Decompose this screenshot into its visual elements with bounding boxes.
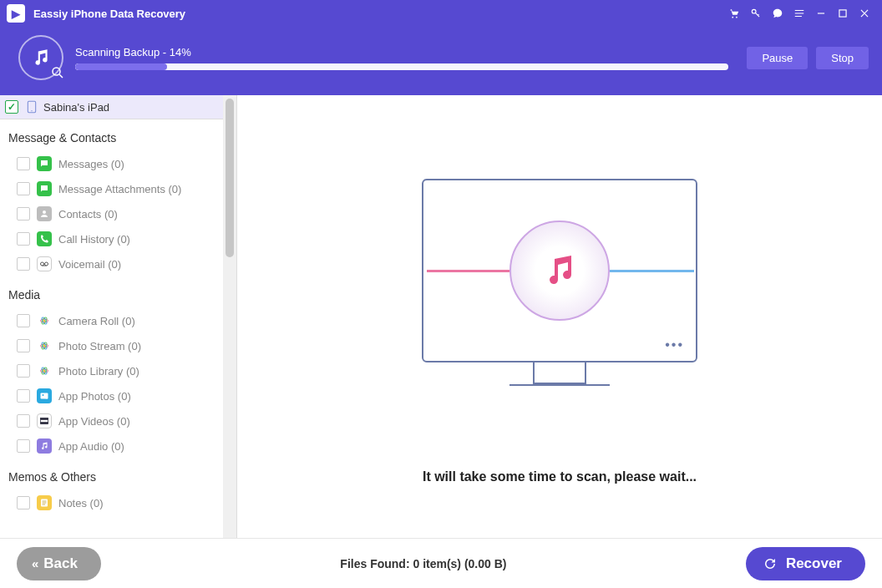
sidebar-container: Sabina's iPad Message & ContactsMessages… — [0, 95, 237, 538]
voicemail-icon — [37, 256, 52, 271]
minimize-icon[interactable] — [810, 3, 832, 24]
scan-music-icon — [18, 35, 63, 80]
chat-icon[interactable] — [767, 3, 788, 24]
chevron-left-icon: « — [32, 556, 33, 570]
main-area: ••• It will take some time to scan, plea… — [237, 95, 882, 538]
sidebar-item[interactable]: Photo Library (0) — [0, 358, 223, 383]
item-label: Notes (0) — [58, 497, 103, 509]
item-label: Photo Stream (0) — [58, 340, 141, 352]
item-checkbox[interactable] — [17, 439, 30, 453]
sidebar-item[interactable]: Voicemail (0) — [0, 251, 223, 276]
photo-icon — [37, 388, 52, 403]
item-checkbox[interactable] — [17, 207, 30, 220]
chat-icon — [37, 181, 52, 196]
sidebar-item[interactable]: Contacts (0) — [0, 201, 223, 226]
tablet-icon — [25, 100, 38, 114]
item-checkbox[interactable] — [17, 232, 30, 246]
scrollbar-thumb[interactable] — [226, 99, 234, 257]
svg-point-10 — [45, 262, 48, 266]
group-title: Memos & Others — [0, 459, 223, 490]
footer: « Back Files Found: 0 item(s) (0.00 B) R… — [0, 538, 882, 588]
item-label: Camera Roll (0) — [58, 315, 135, 327]
item-label: App Audio (0) — [58, 440, 124, 453]
pause-button[interactable]: Pause — [747, 47, 808, 69]
video-icon — [37, 413, 52, 428]
item-label: Photo Library (0) — [58, 365, 139, 378]
sidebar-item[interactable]: Messages (0) — [0, 151, 223, 176]
svg-point-1 — [736, 17, 738, 18]
item-checkbox[interactable] — [17, 496, 30, 509]
key-icon[interactable] — [745, 3, 767, 24]
item-checkbox[interactable] — [17, 157, 30, 170]
group-title: Message & Contacts — [0, 119, 223, 151]
sidebar-item[interactable]: Photo Stream (0) — [0, 333, 223, 358]
device-name: Sabina's iPad — [43, 101, 109, 114]
app-window: ▶ Eassiy iPhone Data Recovery Scanning B… — [0, 0, 882, 588]
progress-label: Scanning Backup - 14% — [75, 46, 728, 58]
svg-rect-4 — [839, 10, 846, 17]
sidebar-item[interactable]: App Videos (0) — [0, 408, 223, 433]
scrollbar-track[interactable] — [223, 95, 236, 538]
item-checkbox[interactable] — [17, 314, 30, 327]
item-label: Call History (0) — [58, 233, 130, 246]
contact-icon — [37, 206, 52, 221]
item-checkbox[interactable] — [17, 257, 30, 271]
sidebar-item[interactable]: Call History (0) — [0, 226, 223, 251]
sidebar-item[interactable]: App Photos (0) — [0, 383, 223, 408]
stop-button[interactable]: Stop — [816, 47, 869, 69]
files-found-status: Files Found: 0 item(s) (0.00 B) — [101, 557, 746, 570]
cart-icon[interactable] — [723, 3, 745, 24]
monitor-screen: ••• — [422, 179, 697, 362]
item-label: App Videos (0) — [58, 415, 130, 428]
monitor-dots: ••• — [665, 337, 684, 352]
chat-icon — [37, 156, 52, 171]
sidebar-item[interactable]: Notes (0) — [0, 490, 223, 515]
svg-point-9 — [41, 262, 44, 266]
maximize-icon[interactable] — [832, 3, 854, 24]
progress-bar — [75, 63, 728, 70]
item-checkbox[interactable] — [17, 182, 30, 195]
flower-icon — [37, 313, 52, 328]
device-row[interactable]: Sabina's iPad — [0, 95, 223, 119]
sidebar[interactable]: Sabina's iPad Message & ContactsMessages… — [0, 95, 223, 538]
item-label: Message Attachments (0) — [58, 183, 181, 195]
notes-icon — [37, 495, 52, 510]
item-checkbox[interactable] — [17, 414, 30, 428]
svg-point-8 — [43, 210, 46, 214]
recover-label: Recover — [786, 555, 842, 572]
flower-icon — [37, 338, 52, 353]
progress-fill — [75, 63, 167, 70]
menu-icon[interactable] — [788, 3, 810, 24]
svg-point-0 — [732, 17, 733, 18]
titlebar: ▶ Eassiy iPhone Data Recovery — [0, 0, 882, 27]
item-label: Voicemail (0) — [58, 258, 121, 271]
recover-button[interactable]: Recover — [746, 547, 865, 580]
item-checkbox[interactable] — [17, 389, 30, 403]
progress-area: Scanning Backup - 14% — [75, 46, 728, 70]
svg-point-5 — [53, 68, 60, 75]
sidebar-item[interactable]: App Audio (0) — [0, 433, 223, 459]
sidebar-item[interactable]: Camera Roll (0) — [0, 308, 223, 333]
svg-rect-3 — [818, 13, 824, 13]
header: Scanning Backup - 14% Pause Stop — [0, 27, 882, 95]
svg-point-7 — [31, 110, 32, 111]
back-button[interactable]: « Back — [17, 547, 101, 580]
item-label: Contacts (0) — [58, 208, 118, 220]
body: Sabina's iPad Message & ContactsMessages… — [0, 95, 882, 538]
svg-rect-26 — [41, 418, 48, 420]
sidebar-item[interactable]: Message Attachments (0) — [0, 176, 223, 201]
back-label: Back — [43, 555, 78, 572]
svg-point-24 — [43, 394, 44, 396]
item-checkbox[interactable] — [17, 364, 30, 378]
wait-text: It will take some time to scan, please w… — [423, 469, 697, 484]
device-checkbox[interactable] — [5, 100, 18, 114]
phone-icon — [37, 231, 52, 246]
item-checkbox[interactable] — [17, 339, 30, 352]
close-icon[interactable] — [854, 3, 875, 24]
item-label: App Photos (0) — [58, 390, 131, 403]
item-label: Messages (0) — [58, 158, 124, 170]
monitor-illustration: ••• — [422, 179, 697, 386]
svg-rect-27 — [41, 423, 48, 424]
flower-icon — [37, 363, 52, 378]
audio-icon — [37, 438, 52, 454]
